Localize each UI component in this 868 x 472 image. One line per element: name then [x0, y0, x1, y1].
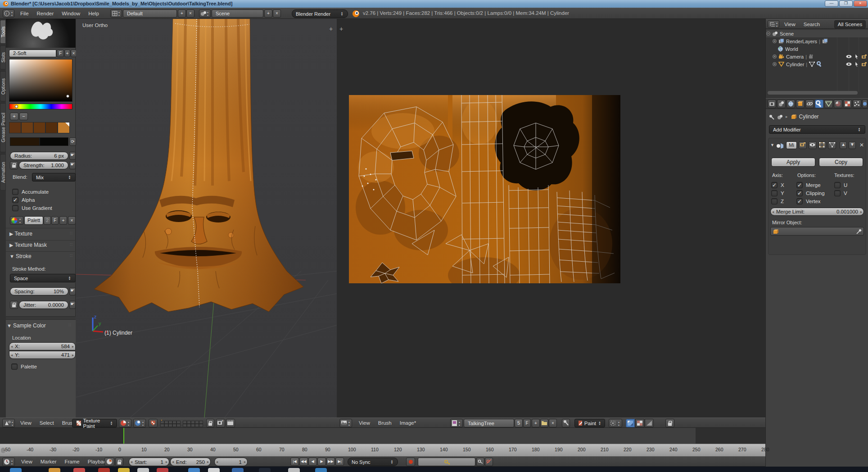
sample-y-field[interactable]: Y: 471 [9, 351, 76, 359]
timeline-ruler[interactable]: -50-40-30-20-100102030405060708090100110… [0, 444, 765, 456]
palette-swatch-2[interactable] [33, 122, 45, 133]
checkbox-x[interactable] [771, 182, 778, 188]
modifier-delete-icon[interactable]: ✕ [859, 142, 864, 148]
menu-view[interactable]: View [16, 418, 36, 428]
taskbar-app-icon-12[interactable] [315, 468, 327, 472]
toolshelf-tab-options[interactable]: Options [0, 71, 6, 101]
tab-constraints[interactable] [805, 100, 814, 108]
uv-pivot-dropdown[interactable]: ▲▼ [609, 419, 622, 427]
menu-view[interactable]: View [780, 19, 800, 29]
palette-remove-color-button[interactable]: − [19, 113, 28, 120]
render-opengl-icon[interactable]: + [216, 419, 225, 427]
tab-render[interactable] [768, 100, 776, 108]
expand-sidebar-region-icon[interactable]: + [329, 25, 333, 32]
viewport-shading-dropdown[interactable]: ▲▼ [119, 419, 131, 427]
lock-to-scene-icon[interactable] [206, 419, 214, 427]
brush-preview[interactable] [6, 19, 76, 48]
pivot-point-dropdown[interactable]: ▲▼ [133, 419, 146, 427]
play-reverse-button[interactable]: ◀ [308, 458, 317, 466]
menu-view[interactable]: View [355, 418, 374, 428]
expand-toolshelf-region-icon[interactable]: + [339, 25, 343, 32]
menu-help[interactable]: Help [84, 9, 103, 18]
color-picker-cursor[interactable] [66, 95, 69, 98]
toolshelf-tab-grease-pencil[interactable]: Grease Pencil [0, 103, 6, 152]
toggle-use-gradient[interactable]: Use Gradient [12, 204, 52, 212]
image-users-count[interactable]: 5 [515, 419, 523, 427]
unlink-image-button[interactable]: × [549, 419, 557, 427]
tab-modifiers[interactable] [815, 100, 823, 108]
texture-mask-panel-header[interactable]: ▶ Texture Mask :: [9, 242, 76, 250]
palette-users-count[interactable]: 2 [44, 216, 51, 225]
prev-keyframe-button[interactable]: ◀◀ [299, 458, 308, 466]
toggle-accumulate[interactable]: Accumulate [12, 188, 52, 196]
tab-particles[interactable] [853, 100, 861, 108]
tab-scene[interactable] [777, 100, 786, 108]
jump-to-end-button[interactable]: ▶| [335, 458, 344, 466]
mirror-object-field[interactable] [770, 227, 864, 236]
palette-swatch-1[interactable] [21, 122, 33, 133]
palette-fake-user-button[interactable]: F [51, 216, 59, 225]
checkbox-z[interactable] [771, 198, 778, 204]
menu-brush[interactable]: Brush [374, 418, 396, 428]
jitter-lock-icon[interactable] [10, 301, 18, 309]
modifier-copy-button[interactable]: Copy [819, 158, 863, 167]
sync-mode-dropdown[interactable]: No Sync ▲▼ [348, 458, 398, 466]
stroke-method-dropdown[interactable]: Space ▲▼ [10, 274, 76, 282]
render-animation-icon[interactable] [226, 419, 235, 427]
blend-mode-dropdown[interactable]: Mix ▲▼ [32, 173, 76, 182]
current-frame-field[interactable]: 1 [214, 458, 248, 466]
modifier-apply-button[interactable]: Apply [771, 158, 815, 167]
windows-taskbar[interactable] [0, 467, 868, 472]
mode-dropdown[interactable]: Texture Paint ▲▼ [72, 419, 117, 427]
snap-toggle-button[interactable] [149, 419, 158, 427]
taskbar-app-icon-0[interactable] [10, 468, 22, 472]
tab-physics[interactable] [862, 100, 868, 108]
checkbox-y[interactable] [771, 190, 778, 196]
toggle-x[interactable]: X [771, 181, 784, 189]
insert-keyframe-button[interactable] [476, 458, 484, 466]
add-brush-button[interactable]: + [64, 50, 70, 57]
taskbar-app-icon-9[interactable] [232, 468, 244, 472]
palette-preview-button[interactable]: ▲▼ [10, 216, 23, 225]
modifier-name-field[interactable]: Mi [786, 141, 797, 149]
taskbar-app-icon-2[interactable] [73, 468, 85, 472]
menu-view[interactable]: View [17, 457, 36, 467]
palette-swatch-0[interactable] [9, 122, 21, 133]
checkbox-merge[interactable] [796, 182, 803, 188]
modifier-render-toggle[interactable] [799, 141, 807, 149]
collapse-icon[interactable]: − [766, 32, 770, 36]
jitter-pressure-toggle[interactable]: ☛ [69, 301, 76, 309]
modifier-wrench-icon[interactable] [817, 61, 823, 67]
sample-color-panel-header[interactable]: ▼ Sample Color :: [7, 322, 74, 331]
menu-search[interactable]: Search [800, 19, 824, 29]
outliner-editor-type-button[interactable]: ▲▼ [768, 20, 779, 28]
taskbar-app-icon-11[interactable] [288, 468, 300, 472]
recent-color-primary[interactable] [10, 137, 40, 146]
brush-fake-user-button[interactable]: F [57, 50, 64, 57]
texture-panel-header[interactable]: ▶ Texture :: [9, 231, 76, 239]
taskbar-app-icon-4[interactable] [118, 468, 130, 472]
toggle-alpha[interactable]: Alpha [12, 196, 52, 204]
image-fake-user-button[interactable]: F [523, 419, 531, 427]
delete-layout-button[interactable]: × [186, 9, 194, 18]
scene-selector-icon[interactable]: ▲▼ [199, 9, 211, 18]
toggle-v[interactable]: V [834, 189, 847, 197]
checkbox-v[interactable] [834, 190, 841, 196]
uv-image-editor[interactable]: + [337, 19, 765, 418]
outliner-item-cylinder[interactable]: + Cylinder | [766, 60, 868, 68]
color-picker-square[interactable] [9, 59, 72, 102]
modifier-move-down-button[interactable]: ▼ [849, 141, 856, 149]
toggle-y[interactable]: Y [771, 189, 784, 197]
expand-icon[interactable]: + [773, 54, 777, 59]
spacing-slider[interactable]: Spacing: 10% [10, 287, 68, 295]
checkbox-accumulate[interactable] [12, 189, 18, 195]
draw-channel-alpha-toggle[interactable] [635, 419, 644, 427]
toolshelf-tab-animation[interactable]: Animation [0, 154, 6, 191]
layers-grid-2[interactable] [183, 421, 203, 427]
render-engine-dropdown[interactable]: Blender Render ▲▼ [292, 9, 348, 18]
checkbox-u[interactable] [834, 182, 841, 188]
pin-icon[interactable] [769, 114, 774, 120]
play-button[interactable]: ▶ [317, 458, 326, 466]
timeline-track[interactable] [0, 428, 765, 444]
hue-cursor[interactable] [15, 105, 18, 108]
